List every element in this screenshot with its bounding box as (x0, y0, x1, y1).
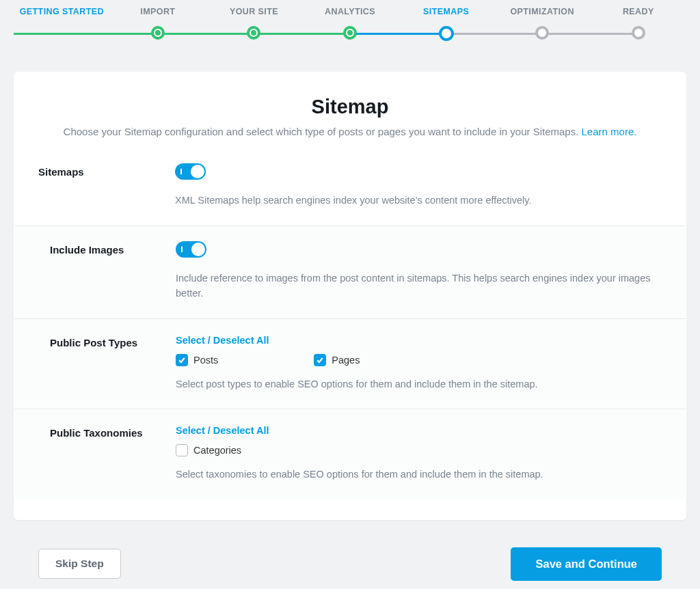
page-title: Sitemap (55, 96, 645, 118)
section-public-post-types: Public Post Types Select / Deselect All … (14, 318, 686, 409)
checkbox-label: Pages (332, 355, 360, 366)
include-images-toggle[interactable] (176, 241, 206, 258)
section-public-taxonomies: Public Taxonomies Select / Deselect All … (14, 409, 686, 499)
save-continue-button[interactable]: Save and Continue (511, 547, 662, 581)
sitemaps-toggle[interactable] (175, 163, 206, 180)
step-getting-started[interactable]: GETTING STARTED (14, 7, 110, 41)
checkbox-categories[interactable]: Categories (176, 444, 241, 456)
section-content: Select / Deselect All Categories Select … (176, 424, 661, 482)
step-marker (632, 26, 645, 40)
toggle-on-indicator (181, 246, 183, 252)
taxonomies-help-text: Select taxonomies to enable SEO options … (176, 467, 661, 482)
step-label: YOUR SITE (230, 7, 278, 16)
step-label: ANALYTICS (325, 7, 375, 16)
step-connector (446, 33, 543, 35)
checkmark-icon (316, 356, 324, 364)
step-connector (542, 33, 638, 35)
checkbox-pages[interactable]: Pages (314, 354, 360, 366)
step-connector (254, 33, 350, 35)
step-connector (350, 33, 446, 35)
step-your-site[interactable]: YOUR SITE (206, 7, 302, 41)
checkmark-icon (178, 356, 186, 364)
post-types-checkbox-row: Posts Pages (176, 354, 661, 366)
step-label: OPTIMIZATION (510, 7, 574, 16)
section-content: Select / Deselect All Posts Pages Select… (176, 334, 661, 392)
checkbox-input[interactable] (176, 354, 188, 366)
learn-more-link[interactable]: Learn more. (582, 126, 637, 137)
step-label: GETTING STARTED (20, 7, 104, 16)
section-sitemaps: Sitemaps XML Sitemaps help search engine… (14, 156, 686, 225)
step-import[interactable]: IMPORT (110, 7, 206, 41)
skip-step-button[interactable]: Skip Step (38, 549, 121, 579)
step-analytics[interactable]: ANALYTICS (302, 7, 399, 41)
wizard-stepper: GETTING STARTED IMPORT YOUR SITE ANALYTI… (0, 0, 700, 41)
step-connector (14, 33, 62, 35)
post-types-select-all-link[interactable]: Select / Deselect All (176, 335, 269, 346)
section-include-images: Include Images Include reference to imag… (14, 225, 686, 318)
section-content: Include reference to images from the pos… (176, 241, 661, 301)
section-label-post-types: Public Post Types (39, 334, 176, 392)
step-optimization[interactable]: OPTIMIZATION (494, 7, 591, 41)
step-marker (151, 26, 165, 40)
include-images-help-text: Include reference to images from the pos… (176, 271, 661, 301)
wizard-footer: Skip Step Save and Continue (14, 534, 686, 589)
card-header: Sitemap Choose your Sitemap configuratio… (14, 72, 686, 156)
step-label: SITEMAPS (423, 7, 469, 16)
step-marker (535, 26, 549, 40)
post-types-help-text: Select post types to enable SEO options … (176, 376, 661, 392)
step-connector (158, 33, 254, 35)
page-subtitle: Choose your Sitemap configuration and se… (55, 124, 645, 139)
subtitle-text: Choose your Sitemap configuration and se… (64, 126, 582, 137)
settings-card: Sitemap Choose your Sitemap configuratio… (14, 72, 686, 520)
checkbox-label: Posts (193, 355, 218, 366)
checkbox-input[interactable] (314, 354, 326, 366)
sitemaps-help-text: XML Sitemaps help search engines index y… (175, 193, 662, 208)
toggle-on-indicator (180, 169, 182, 175)
step-marker (343, 26, 357, 40)
step-ready[interactable]: READY (590, 7, 686, 41)
section-label-sitemaps: Sitemaps (38, 163, 175, 208)
section-content: XML Sitemaps help search engines index y… (175, 163, 662, 208)
step-label: READY (623, 7, 654, 16)
step-marker (439, 26, 454, 41)
step-marker (247, 26, 260, 40)
step-connector (62, 33, 158, 35)
step-sitemaps[interactable]: SITEMAPS (398, 7, 494, 41)
toggle-knob (191, 243, 205, 256)
taxonomies-checkbox-row: Categories (176, 444, 661, 456)
checkbox-label: Categories (193, 445, 241, 456)
checkbox-posts[interactable]: Posts (176, 354, 218, 366)
checkbox-input[interactable] (176, 444, 188, 456)
section-label-taxonomies: Public Taxonomies (39, 424, 176, 482)
step-label: IMPORT (140, 7, 175, 16)
taxonomies-select-all-link[interactable]: Select / Deselect All (176, 425, 269, 436)
toggle-knob (191, 165, 204, 178)
section-label-include-images: Include Images (39, 241, 176, 301)
